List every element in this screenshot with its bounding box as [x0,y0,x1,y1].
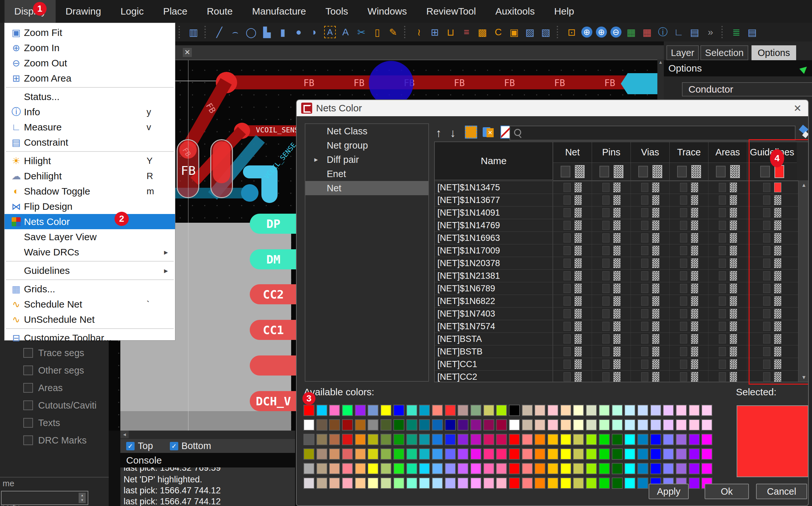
palette-swatch[interactable] [573,434,584,445]
cell-checkbox[interactable] [564,372,571,382]
cell-swatch[interactable] [613,195,620,205]
cell-swatch[interactable] [691,334,698,344]
palette-swatch[interactable] [534,419,545,431]
palette-swatch[interactable] [599,405,610,416]
palette-swatch[interactable] [573,463,584,474]
brush-icon[interactable] [799,125,809,139]
cell-checkbox[interactable] [719,208,726,217]
table-row[interactable]: [NET]BSTB [435,345,809,358]
table-row[interactable]: [NET]$1N16963 [435,232,809,244]
palette-swatch[interactable] [560,419,571,431]
palette-swatch[interactable] [534,448,545,460]
cell-swatch[interactable] [652,309,659,319]
palette-swatch[interactable] [586,463,597,474]
palette-swatch[interactable] [368,434,379,445]
menubar-item-place[interactable]: Place [154,0,197,23]
palette-swatch[interactable] [419,448,430,460]
palette-swatch[interactable] [599,463,610,474]
palette-swatch[interactable] [393,478,404,489]
palette-swatch[interactable] [599,448,610,460]
palette-swatch[interactable] [303,463,314,474]
menu-item-zoom-fit[interactable]: ▣Zoom Fit [5,25,175,40]
cell-checkbox[interactable] [641,233,648,243]
add-line-icon[interactable]: ╱ [213,25,225,39]
cell-checkbox[interactable] [564,259,571,268]
cell-checkbox[interactable] [763,183,770,192]
select-shape-icon[interactable]: ▧ [540,25,552,39]
palette-swatch[interactable] [599,434,610,445]
cell-swatch[interactable] [575,233,582,243]
cell-checkbox[interactable] [602,284,609,293]
fill-green-icon[interactable]: ▦ [625,25,637,39]
palette-swatch[interactable] [573,405,584,416]
table-row[interactable]: [NET]$1N6789 [435,282,809,294]
cell-swatch[interactable] [613,347,620,356]
cell-swatch[interactable] [613,334,620,344]
cut-icon[interactable]: ✂ [355,25,368,39]
menu-item-customize-toolbar[interactable]: ⊟Customize Toolbar... [5,330,175,345]
cell-swatch[interactable] [691,283,698,293]
highlight-pen-icon[interactable]: ✎ [387,25,399,39]
cell-swatch[interactable] [730,183,737,192]
cell-checkbox[interactable] [719,259,726,268]
menubar-item-drawing[interactable]: Drawing [56,0,111,23]
cell-checkbox[interactable] [602,360,609,369]
cell-swatch[interactable] [691,372,698,382]
sort-down-icon[interactable]: ↓ [450,125,456,141]
cell-checkbox[interactable] [602,208,609,217]
cell-checkbox[interactable] [719,233,726,243]
checkbox-texts[interactable] [23,418,33,428]
palette-swatch[interactable] [637,405,648,416]
palette-swatch[interactable] [509,405,520,416]
filter-checkbox[interactable] [599,166,609,177]
cancel-button[interactable]: Cancel [756,484,807,499]
palette-swatch[interactable] [406,434,417,445]
menubar-item-windows[interactable]: Windows [358,0,417,23]
net-pad-dp[interactable]: DP [250,214,297,234]
palette-swatch[interactable] [355,463,366,474]
cell-swatch[interactable] [730,195,737,205]
palette-swatch[interactable] [316,478,327,489]
palette-swatch[interactable] [368,405,379,416]
cell-checkbox[interactable] [641,360,648,369]
menu-item-info[interactable]: ⓘInfoy [5,104,175,119]
cell-checkbox[interactable] [564,334,571,343]
palette-swatch[interactable] [637,434,648,445]
teal-via[interactable] [241,184,259,202]
cell-swatch[interactable] [613,246,620,255]
cell-checkbox[interactable] [564,271,571,280]
cell-checkbox[interactable] [680,322,687,331]
cell-checkbox[interactable] [564,322,571,331]
cell-swatch[interactable] [575,309,582,319]
palette-swatch[interactable] [560,434,571,445]
menu-item-shadow-toggle[interactable]: ◐Shadow Togglem [5,183,175,199]
search-input[interactable] [510,125,796,141]
cell-swatch[interactable] [691,359,698,369]
palette-swatch[interactable] [560,448,571,460]
cell-checkbox[interactable] [680,284,687,293]
palette-swatch[interactable] [534,478,545,489]
palette-swatch[interactable] [483,448,494,460]
table-row[interactable]: [NET]$1N6822 [435,294,809,307]
cell-checkbox[interactable] [602,297,609,306]
palette-swatch[interactable] [432,405,443,416]
palette-swatch[interactable] [342,463,353,474]
cell-checkbox[interactable] [641,246,648,255]
cell-checkbox[interactable] [763,309,770,318]
menu-item-unschedule-net[interactable]: ∿UnSchedule Net [5,312,175,327]
menu-item-status[interactable]: Status... [5,89,175,104]
palette-swatch[interactable] [342,405,353,416]
cell-checkbox[interactable] [641,334,648,343]
palette-swatch[interactable] [509,419,520,431]
palette-swatch[interactable] [329,434,340,445]
palette-swatch[interactable] [470,463,481,474]
cell-swatch[interactable] [575,246,582,255]
add-circle-icon[interactable]: ◯ [245,25,257,39]
cell-swatch[interactable] [774,246,781,255]
cell-swatch[interactable] [652,195,659,205]
palette-swatch[interactable] [355,448,366,460]
menubar-item-reviewtool[interactable]: ReviewTool [417,0,486,23]
palette-swatch[interactable] [534,463,545,474]
palette-swatch[interactable] [547,463,559,474]
cell-checkbox[interactable] [564,347,571,356]
